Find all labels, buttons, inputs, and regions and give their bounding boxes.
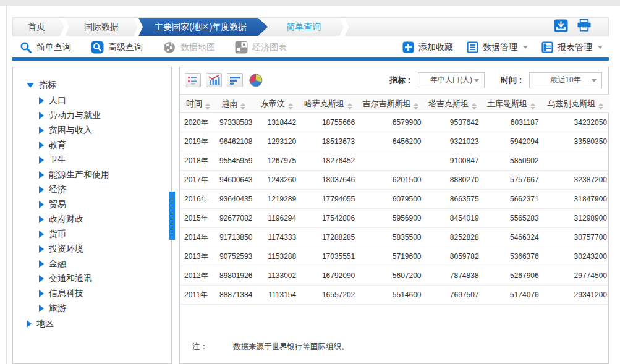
triangle-right-icon bbox=[39, 201, 44, 208]
column-header-吉尔吉斯斯坦[interactable]: 吉尔吉斯斯坦 bbox=[357, 95, 423, 113]
breadcrumb: 首页 国际数据 主要国家(地区)年度数据 简单查询 bbox=[12, 17, 609, 36]
value-cell: 33580350 bbox=[541, 132, 609, 151]
sort-icon bbox=[530, 103, 535, 109]
bar-chart-view-icon[interactable] bbox=[206, 73, 222, 87]
printer-icon[interactable] bbox=[577, 19, 592, 32]
sidebar-tree: 指标 人口劳动力与就业贫困与收入教育卫生能源生产和使用经济贸易政府财政货币投资环… bbox=[12, 67, 172, 364]
table-row: 2015年92677082119629417542806595690084540… bbox=[180, 209, 609, 228]
sidebar-item-投资环境[interactable]: 投资环境 bbox=[13, 242, 171, 256]
column-header-土库曼斯坦[interactable]: 土库曼斯坦 bbox=[482, 95, 541, 113]
triangle-right-icon bbox=[39, 142, 44, 149]
year-cell: 2013年 bbox=[180, 247, 213, 266]
table-row: 2016年93640435121928917794055607950086635… bbox=[180, 190, 609, 209]
sidebar-item-旅游[interactable]: 旅游 bbox=[13, 301, 171, 316]
value-cell: 5174076 bbox=[482, 286, 541, 305]
tool-advanced-query[interactable]: 高级查询 bbox=[91, 41, 143, 54]
value-cell: 1267975 bbox=[255, 151, 299, 171]
sidebar-item-能源生产和使用[interactable]: 能源生产和使用 bbox=[13, 167, 171, 182]
sidebar-item-regions[interactable]: 地区 bbox=[13, 316, 171, 332]
column-header-时间[interactable]: 时间 bbox=[180, 95, 213, 113]
sidebar-item-教育[interactable]: 教育 bbox=[13, 138, 171, 153]
value-cell: 1318442 bbox=[255, 113, 299, 132]
column-header-哈萨克斯坦[interactable]: 哈萨克斯坦 bbox=[299, 95, 357, 113]
column-header-塔吉克斯坦[interactable]: 塔吉克斯坦 bbox=[424, 95, 482, 113]
column-header-label: 哈萨克斯坦 bbox=[304, 99, 344, 108]
tool-label: 简单查询 bbox=[36, 42, 71, 53]
triangle-right-icon bbox=[39, 231, 44, 238]
value-cell: 6079500 bbox=[357, 190, 423, 209]
sidebar-item-卫生[interactable]: 卫生 bbox=[13, 153, 171, 167]
breadcrumb-home[interactable]: 首页 bbox=[13, 18, 60, 36]
sidebar-item-金融[interactable]: 金融 bbox=[13, 256, 171, 271]
tree-label: 劳动力与就业 bbox=[49, 110, 101, 121]
tree-label: 经济 bbox=[49, 184, 66, 195]
indicator-children: 人口劳动力与就业贫困与收入教育卫生能源生产和使用经济贸易政府财政货币投资环境金融… bbox=[13, 93, 171, 316]
chevron-down-icon bbox=[523, 46, 528, 49]
list-view-icon[interactable] bbox=[185, 73, 201, 87]
column-header-label: 乌兹别克斯坦 bbox=[547, 99, 595, 108]
sidebar-item-信息科技[interactable]: 信息科技 bbox=[13, 286, 171, 301]
value-cell: 94600643 bbox=[213, 171, 255, 190]
value-cell: 8454019 bbox=[424, 209, 482, 228]
tool-data-manage[interactable]: 数据管理 bbox=[467, 41, 528, 53]
value-cell: 34232050 bbox=[541, 113, 609, 132]
column-header-label: 土库曼斯坦 bbox=[487, 99, 527, 108]
pie-chart-view-icon[interactable] bbox=[248, 72, 264, 88]
value-cell: 96462108 bbox=[213, 132, 255, 151]
value-cell: 5607200 bbox=[357, 266, 423, 286]
sidebar-item-政府财政[interactable]: 政府财政 bbox=[13, 212, 171, 227]
tool-label: 添加收藏 bbox=[418, 42, 453, 53]
sidebar-item-交通和通讯[interactable]: 交通和通讯 bbox=[13, 271, 171, 286]
table-row: 2011年88871384111315416557202551460076975… bbox=[180, 286, 609, 305]
page: 首页 国际数据 主要国家(地区)年度数据 简单查询 简单查询 高级查询 bbox=[0, 0, 620, 364]
tool-report-manage[interactable]: 报表管理 bbox=[541, 41, 603, 53]
triangle-right-icon bbox=[27, 320, 32, 328]
column-header-label: 越南 bbox=[221, 99, 237, 108]
chevron-down-icon bbox=[598, 46, 603, 49]
value-cell: 9537642 bbox=[424, 113, 482, 132]
column-header-乌兹别克斯坦[interactable]: 乌兹别克斯坦 bbox=[541, 95, 609, 113]
value-cell: 31298900 bbox=[541, 209, 609, 228]
breadcrumb-international-data[interactable]: 国际数据 bbox=[69, 18, 134, 36]
tool-add-favorite[interactable]: 添加收藏 bbox=[402, 41, 453, 53]
indicator-select[interactable]: 年中人口(人) bbox=[418, 72, 485, 88]
value-cell: 5956900 bbox=[357, 209, 423, 228]
sort-icon bbox=[598, 103, 603, 109]
column-header-越南[interactable]: 越南 bbox=[213, 95, 255, 113]
time-select[interactable]: 最近10年 bbox=[529, 72, 602, 88]
sidebar-item-货币[interactable]: 货币 bbox=[13, 227, 171, 242]
value-cell: 5267906 bbox=[482, 266, 541, 286]
value-cell: 30757700 bbox=[541, 228, 609, 247]
data-table: 时间越南东帝汶哈萨克斯坦吉尔吉斯斯坦塔吉克斯坦土库曼斯坦乌兹别克斯坦 2020年… bbox=[180, 94, 609, 305]
triangle-right-icon bbox=[39, 245, 44, 253]
sidebar-item-贸易[interactable]: 贸易 bbox=[13, 197, 171, 212]
sort-icon bbox=[414, 103, 418, 109]
sidebar-item-indicators[interactable]: 指标 bbox=[13, 77, 171, 93]
chevron-down-icon bbox=[474, 79, 479, 82]
horizontal-bar-view-icon[interactable] bbox=[227, 73, 243, 87]
year-cell: 2015年 bbox=[180, 209, 213, 228]
year-cell: 2019年 bbox=[180, 132, 213, 151]
value-cell: 18513673 bbox=[299, 132, 357, 151]
value-cell: 1113154 bbox=[255, 286, 299, 305]
value-cell: 1293120 bbox=[255, 132, 299, 151]
table-row: 2014年91713850117433317288285583550082528… bbox=[180, 228, 609, 247]
tool-simple-query[interactable]: 简单查询 bbox=[20, 41, 71, 54]
tree-label: 金融 bbox=[49, 258, 66, 269]
column-header-东帝汶[interactable]: 东帝汶 bbox=[255, 95, 299, 113]
sidebar-item-贫困与收入[interactable]: 贫困与收入 bbox=[13, 123, 171, 138]
breadcrumb-simple-query[interactable]: 简单查询 bbox=[268, 18, 339, 36]
sidebar-resize-handle[interactable] bbox=[169, 192, 175, 240]
sort-icon bbox=[240, 103, 245, 109]
sidebar-item-劳动力与就业[interactable]: 劳动力与就业 bbox=[13, 108, 171, 123]
sidebar-item-人口[interactable]: 人口 bbox=[13, 93, 171, 108]
indicator-select-value: 年中人口(人) bbox=[430, 75, 472, 85]
economic-chart-icon bbox=[235, 41, 248, 54]
triangle-down-icon bbox=[27, 83, 34, 88]
breadcrumb-annual-data-active-tab[interactable]: 主要国家(地区)年度数据 bbox=[134, 18, 268, 36]
sidebar-item-经济[interactable]: 经济 bbox=[13, 182, 171, 197]
value-cell: 6201500 bbox=[357, 171, 423, 190]
download-icon[interactable] bbox=[553, 19, 568, 32]
value-cell: 1133002 bbox=[255, 266, 299, 286]
column-header-label: 吉尔吉斯斯坦 bbox=[362, 99, 410, 108]
